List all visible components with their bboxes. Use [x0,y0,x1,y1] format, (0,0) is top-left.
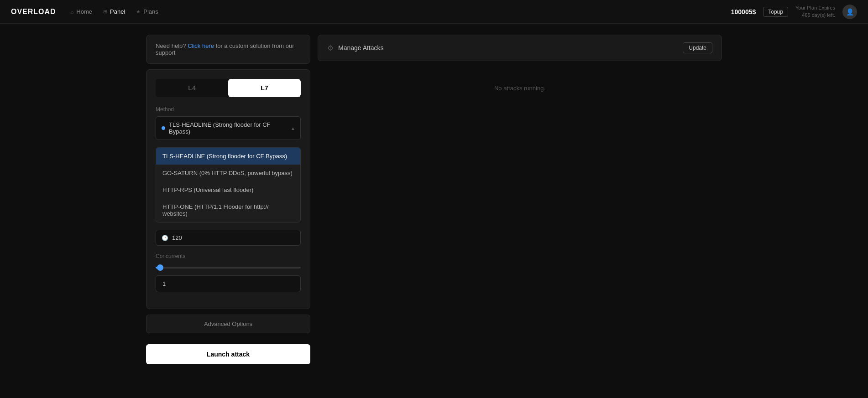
concurrents-input[interactable] [156,275,301,292]
home-icon: ⌂ [71,9,74,15]
method-dropdown: TLS-HEADLINE (Strong flooder for CF Bypa… [156,147,301,222]
advanced-options-button[interactable]: Advanced Options [146,315,310,333]
method-select[interactable]: TLS-HEADLINE (Strong flooder for CF Bypa… [156,116,301,140]
concurrents-slider[interactable] [156,267,301,269]
update-button[interactable]: Update [683,42,712,53]
no-attacks-message: No attacks running. [318,67,722,110]
main-content: Need help? Click here for a custom solut… [0,24,868,375]
manage-attacks-card: ⚙ Manage Attacks Update [318,35,722,61]
plans-icon: ★ [136,9,141,15]
left-panel: Need help? Click here for a custom solut… [146,35,310,364]
right-panel: ⚙ Manage Attacks Update No attacks runni… [318,35,722,364]
launch-attack-button[interactable]: Launch attack [146,344,310,364]
subscription-info: Your Plan Expires 465 day(s) left. [795,5,835,19]
layer-l7-button[interactable]: L7 [228,79,301,97]
manage-attacks-icon: ⚙ [327,44,334,52]
dropdown-item-tls-headline[interactable]: TLS-HEADLINE (Strong flooder for CF Bypa… [156,148,300,165]
method-select-wrapper: TLS-HEADLINE (Strong flooder for CF Bypa… [156,116,301,140]
avatar[interactable]: 👤 [842,5,857,19]
manage-attacks-label: Manage Attacks [338,44,384,52]
nav-home[interactable]: ⌂ Home [71,6,92,17]
chevron-up-icon: ▲ [291,126,295,131]
manage-attacks-title: ⚙ Manage Attacks [327,44,384,52]
clock-icon: 🕐 [162,235,168,241]
balance-display: 100005$ [731,8,756,16]
layer-toggle: L4 L7 [156,79,301,97]
slider-wrapper [156,263,301,270]
method-label: Method [156,106,301,113]
duration-field: 🕐 [156,230,301,246]
dropdown-item-go-saturn[interactable]: GO-SATURN (0% HTTP DDoS, powerful bypass… [156,165,300,181]
method-selected-text: TLS-HEADLINE (Strong flooder for CF Bypa… [169,121,284,135]
navbar: OVERLOAD ⌂ Home ⊞ Panel ★ Plans 100005$ … [0,0,868,24]
logo: OVERLOAD [11,8,56,16]
dropdown-item-http-rps[interactable]: HTTP-RPS (Universal fast flooder) [156,181,300,198]
topup-button[interactable]: Topup [763,7,788,17]
nav-plans[interactable]: ★ Plans [136,6,158,17]
nav-panel[interactable]: ⊞ Panel [103,6,125,17]
dropdown-item-http-one[interactable]: HTTP-ONE (HTTP/1.1 Flooder for http:// w… [156,198,300,222]
nav-links: ⌂ Home ⊞ Panel ★ Plans [71,6,731,17]
help-link[interactable]: Click here [188,42,214,49]
navbar-right: 100005$ Topup Your Plan Expires 465 day(… [731,5,857,19]
help-banner: Need help? Click here for a custom solut… [146,35,310,64]
attack-panel: L4 L7 Method TLS-HEADLINE (Strong floode… [146,69,310,309]
concurrents-label: Concurrents [156,253,301,259]
panel-icon: ⊞ [103,9,107,15]
layer-l4-button[interactable]: L4 [156,79,228,97]
duration-input[interactable] [172,234,295,241]
method-dot [162,126,165,130]
avatar-icon: 👤 [846,8,854,16]
